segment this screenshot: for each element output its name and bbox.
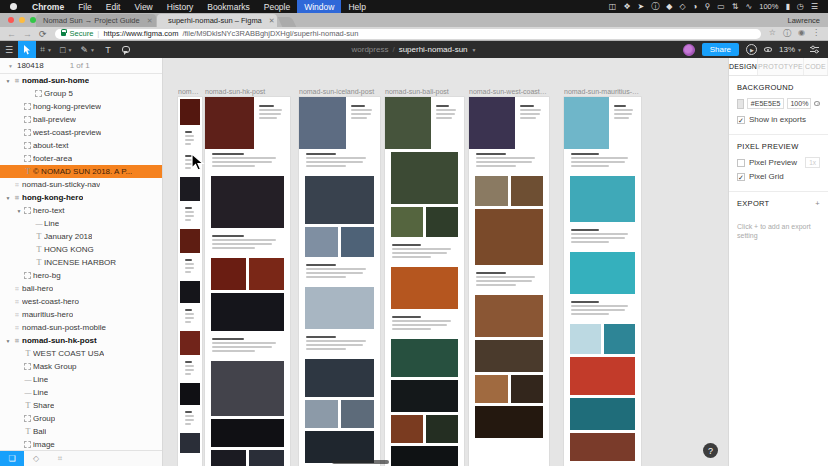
layer-row[interactable]: Group 5 bbox=[0, 87, 162, 100]
new-tab-button[interactable] bbox=[278, 17, 297, 27]
eye-icon[interactable] bbox=[764, 47, 772, 52]
browser-tab-2[interactable]: superhi-nomad-sun – Figma✕ bbox=[157, 14, 277, 27]
pen-tool-icon[interactable]: ✎▼ bbox=[76, 41, 99, 58]
menubar-item-people[interactable]: People bbox=[257, 0, 297, 13]
adjust-icon[interactable] bbox=[809, 44, 820, 55]
artboard-label[interactable]: nomad-sun-west-coast-post bbox=[469, 87, 549, 96]
comment-tool-icon[interactable] bbox=[117, 41, 135, 58]
caret-down-icon[interactable]: ▼ bbox=[4, 195, 12, 201]
artboard-frame[interactable] bbox=[299, 97, 380, 466]
layer-row[interactable]: TJanuary 2018 bbox=[0, 230, 162, 243]
display-icon[interactable]: ◫ bbox=[609, 0, 617, 13]
layer-row[interactable]: west-coast-preview bbox=[0, 126, 162, 139]
tab-design[interactable]: DESIGN bbox=[729, 58, 758, 75]
pixel-preview-row[interactable]: Pixel Preview 1x bbox=[737, 157, 820, 168]
caret-down-icon[interactable]: ▼ bbox=[4, 78, 12, 84]
sync-icon[interactable]: ⇅ bbox=[732, 0, 739, 13]
layer-row[interactable]: ▼hero-text bbox=[0, 204, 162, 217]
menu-icon[interactable]: ☰ bbox=[0, 41, 18, 58]
opacity-input[interactable]: 100% bbox=[787, 98, 811, 109]
clock-icon[interactable]: ◷ bbox=[797, 0, 804, 13]
info-icon[interactable]: ⓘ bbox=[783, 28, 791, 39]
layer-row[interactable]: T© NOMAD SUN 2018. A P... bbox=[0, 165, 162, 178]
caret-down-icon[interactable]: ▼ bbox=[4, 338, 12, 344]
layer-row[interactable]: ⌗west-coast-hero bbox=[0, 295, 162, 308]
shapes-tool-icon[interactable]: □▼ bbox=[56, 41, 76, 58]
artboard-frame[interactable] bbox=[469, 97, 549, 466]
menubar-item-chrome[interactable]: Chrome bbox=[25, 0, 71, 13]
layer-row[interactable]: Group bbox=[0, 412, 162, 425]
zoom-control[interactable]: 13% ▼ bbox=[779, 45, 802, 54]
layer-row[interactable]: ▼⌗nomad-sun-home bbox=[0, 74, 162, 87]
share-button[interactable]: Share bbox=[702, 43, 739, 56]
show-in-exports-row[interactable]: Show in exports bbox=[737, 115, 820, 124]
components-panel-icon[interactable]: ◇ bbox=[24, 451, 48, 466]
menubar-item-window[interactable]: Window bbox=[297, 0, 341, 13]
layer-row[interactable]: ▼⌗nomad-sun-hk-post bbox=[0, 334, 162, 347]
window-icon[interactable]: ▭ bbox=[717, 0, 725, 13]
pixel-grid-row[interactable]: Pixel Grid bbox=[737, 172, 820, 181]
apple-menu-icon[interactable] bbox=[10, 3, 17, 10]
avatar[interactable] bbox=[683, 44, 695, 56]
menubar-item-help[interactable]: Help bbox=[341, 0, 372, 13]
color-swatch[interactable] bbox=[737, 99, 744, 109]
visibility-eye-icon[interactable] bbox=[814, 101, 820, 106]
pixel-grid-checkbox[interactable] bbox=[737, 173, 745, 181]
profile-icon[interactable]: ◉ bbox=[798, 28, 805, 39]
canvas[interactable]: nomad-sun-mauritius-postnomad-sun-west-c… bbox=[164, 58, 728, 466]
menubar-item-file[interactable]: File bbox=[71, 0, 99, 13]
browser-tab-1[interactable]: Nomad Sun → Project Guide✕ bbox=[36, 14, 156, 27]
layer-row[interactable]: image bbox=[0, 438, 162, 450]
pages-bar[interactable]: ▼ 180418 1 of 1 bbox=[0, 58, 162, 74]
tab-prototype[interactable]: PROTOTYPE bbox=[758, 58, 804, 75]
close-tab-icon[interactable]: ✕ bbox=[147, 17, 153, 25]
layer-row[interactable]: Mask Group bbox=[0, 360, 162, 373]
layer-row[interactable]: hong-kong-preview bbox=[0, 100, 162, 113]
move-tool-icon[interactable] bbox=[18, 41, 36, 58]
menubar-item-history[interactable]: History bbox=[160, 0, 200, 13]
back-icon[interactable]: ← bbox=[7, 29, 16, 39]
breadcrumb-team[interactable]: wordpress bbox=[351, 45, 388, 54]
layer-row[interactable]: ⌗mauritius-hero bbox=[0, 308, 162, 321]
contrast-icon[interactable]: ◑ bbox=[693, 0, 698, 13]
layer-row[interactable]: hero-bg bbox=[0, 269, 162, 282]
page-name[interactable]: 180418 bbox=[17, 61, 44, 70]
canvas-scrollbar-horizontal[interactable] bbox=[332, 460, 389, 464]
layer-row[interactable]: TWEST COAST USA bbox=[0, 347, 162, 360]
artboard-frame[interactable] bbox=[564, 97, 641, 466]
cursor-icon[interactable]: ➤ bbox=[638, 0, 645, 13]
layer-row[interactable]: THONG KONG bbox=[0, 243, 162, 256]
spotlight-icon[interactable]: ⚲ bbox=[704, 0, 710, 13]
grid-panel-icon[interactable]: ⌗ bbox=[48, 451, 72, 466]
chevron-down-icon[interactable]: ▼ bbox=[8, 63, 13, 69]
close-tab-icon[interactable]: ✕ bbox=[269, 17, 275, 25]
forward-icon[interactable]: → bbox=[23, 29, 32, 39]
text-tool-icon[interactable]: T bbox=[99, 41, 117, 58]
battery-icon[interactable]: ▮ bbox=[785, 0, 789, 13]
breadcrumb[interactable]: wordpress / superhi-nomad-sun ▼ bbox=[351, 45, 476, 54]
hex-input[interactable]: #E5E5E5 bbox=[747, 98, 785, 109]
present-icon[interactable]: ▶ bbox=[746, 44, 757, 55]
layer-row[interactable]: TBali bbox=[0, 425, 162, 438]
menubar-item-view[interactable]: View bbox=[127, 0, 159, 13]
layer-row[interactable]: TINCENSE HARBOR bbox=[0, 256, 162, 269]
layer-row[interactable]: ⌗bali-hero bbox=[0, 282, 162, 295]
layers-panel-icon[interactable]: ❏ bbox=[0, 451, 24, 466]
wifi-icon[interactable]: ∿ bbox=[746, 0, 753, 13]
file-name[interactable]: superhi-nomad-sun bbox=[399, 45, 468, 54]
layer-row[interactable]: about-text bbox=[0, 139, 162, 152]
artboard-label[interactable]: nomad-sun-bali-post bbox=[385, 87, 464, 96]
menubar-item-edit[interactable]: Edit bbox=[99, 0, 128, 13]
overflow-menu-icon[interactable]: ⋮ bbox=[812, 28, 820, 39]
layer-row[interactable]: —Line bbox=[0, 386, 162, 399]
artboard-label[interactable]: nomad-sun-hk-post bbox=[205, 87, 290, 96]
shape-icon[interactable]: ◇ bbox=[679, 0, 685, 13]
frame-tool-icon[interactable]: ⌗▼ bbox=[36, 41, 56, 58]
minimize-window-button[interactable] bbox=[19, 17, 25, 23]
add-export-button[interactable]: + bbox=[815, 199, 820, 208]
layer-row[interactable]: TShare bbox=[0, 399, 162, 412]
list-icon[interactable]: ☰ bbox=[811, 0, 818, 13]
layer-row[interactable]: ⌗nomad-sun-sticky-nav bbox=[0, 178, 162, 191]
artboard-frame[interactable] bbox=[385, 97, 464, 466]
tab-code[interactable]: CODE bbox=[804, 58, 828, 75]
